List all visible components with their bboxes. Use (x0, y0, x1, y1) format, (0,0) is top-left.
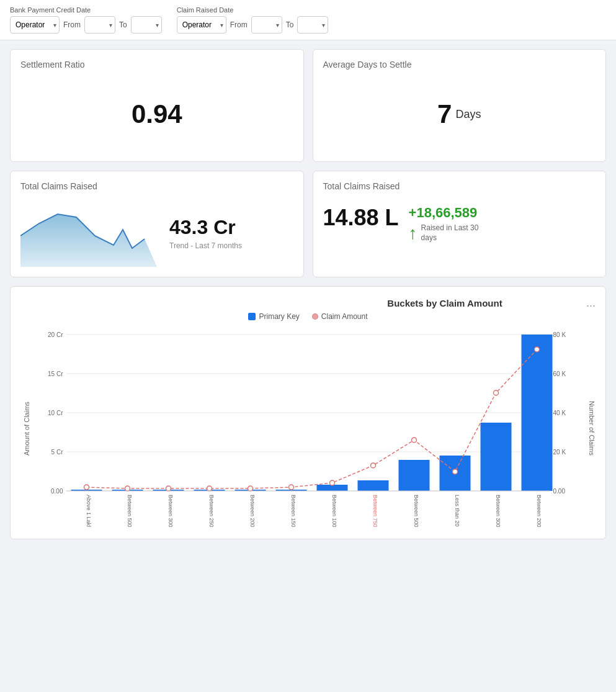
trend-chart (20, 199, 157, 267)
settlement-ratio-title: Settlement Ratio (20, 60, 293, 70)
x-label-5: Between 20000 and 25000 (249, 495, 256, 527)
x-label-4: Between 25000 and 30000 (208, 495, 215, 527)
svg-text:40 K: 40 K (553, 410, 566, 416)
line-dot-9 (412, 438, 417, 443)
line-dot-10 (453, 469, 458, 474)
bar-11 (481, 423, 512, 491)
settlement-ratio-value: 0.94 (132, 99, 182, 129)
x-label-8: Between 7500 and 10000 (372, 495, 378, 527)
claims-trend-title: Total Claims Raised (20, 181, 293, 191)
bar-chart-svg: 20 Cr 15 Cr 10 Cr 5 Cr 0.00 80 K 60 K 40… (33, 328, 583, 527)
x-label-9: Between 5000 and 7500 (413, 495, 419, 527)
settlement-ratio-card: Settlement Ratio 0.94 (10, 49, 304, 162)
x-label-6: Between 15000 and 20000 (290, 495, 297, 527)
claims-raised-note: Raised in Last 30 days (421, 223, 483, 243)
bank-payment-label: Bank Payment Credit Date (10, 6, 162, 14)
line-dot-4 (207, 486, 212, 491)
claims-trend-subtitle: Trend - Last 7 months (169, 241, 242, 250)
claims-raised-title: Total Claims Raised (323, 181, 596, 191)
claims-raised-positive: +18,66,589 (409, 205, 478, 221)
chart-legend: Primary Key Claim Amount (20, 312, 596, 321)
svg-text:80 K: 80 K (553, 331, 566, 338)
legend-claim-amount-label: Claim Amount (321, 312, 368, 321)
claims-raised-card: Total Claims Raised 14.88 L +18,66,589 ↑… (313, 171, 607, 277)
chart-menu-icon[interactable]: ... (586, 297, 596, 310)
bank-operator-select[interactable]: Operator (10, 16, 60, 34)
claim-from-select-wrap[interactable] (251, 16, 282, 34)
claims-trend-card: Total Claims Raised (10, 171, 304, 277)
line-dot-7 (330, 480, 335, 485)
legend-claim-amount: Claim Amount (312, 312, 368, 321)
bank-from-select-wrap[interactable] (84, 16, 115, 34)
claims-trend-value: 43.3 Cr (169, 216, 242, 239)
claim-operator-select[interactable]: Operator (177, 16, 226, 34)
svg-text:0.00: 0.00 (553, 488, 566, 495)
bar-8 (358, 480, 389, 491)
line-dot-5 (248, 486, 253, 491)
bank-payment-filter: Bank Payment Credit Date Operator From T… (10, 6, 162, 34)
line-dot-3 (166, 486, 171, 491)
line-dot-11 (494, 390, 499, 395)
svg-text:5 Cr: 5 Cr (51, 449, 64, 456)
bank-to-label: To (119, 20, 127, 29)
x-label-2: Between 50000 and 75000 (127, 495, 133, 527)
bank-to-select-wrap[interactable] (131, 16, 162, 34)
primary-key-legend-icon (248, 313, 256, 320)
svg-text:0.00: 0.00 (51, 488, 63, 495)
claim-from-label: From (230, 20, 248, 29)
bank-to-select[interactable] (131, 16, 162, 34)
buckets-chart-card: Buckets by Claim Amount ... Primary Key … (10, 286, 606, 539)
chart-title: Buckets by Claim Amount (303, 298, 586, 308)
line-dot-8 (371, 463, 376, 468)
claims-raised-value: 14.88 L (323, 205, 399, 231)
svg-text:10 Cr: 10 Cr (48, 410, 63, 416)
filter-bar: Bank Payment Credit Date Operator From T… (0, 0, 616, 40)
y-right-label: Number of Claims (583, 328, 596, 529)
bank-from-select[interactable] (84, 16, 115, 34)
chart-svg-body: 20 Cr 15 Cr 10 Cr 5 Cr 0.00 80 K 60 K 40… (33, 328, 583, 529)
line-dot-1 (84, 485, 89, 490)
bottom-cards-row: Total Claims Raised (10, 171, 606, 277)
line-dot-12 (535, 347, 540, 352)
avg-days-card: Average Days to Settle 7 Days (313, 49, 607, 162)
claim-operator-select-wrap[interactable]: Operator (177, 16, 226, 34)
legend-primary-key-label: Primary Key (259, 312, 299, 321)
claims-up-arrow-icon: ↑ (409, 223, 417, 243)
y-left-label: Amount of Claims (20, 328, 33, 529)
svg-text:15 Cr: 15 Cr (48, 371, 63, 377)
x-label-7: Between 10000 and 15000 (331, 495, 337, 527)
x-label-10: Less than 2000 (454, 495, 460, 527)
x-label-12: Between 2000 and 3000 (536, 495, 542, 527)
claim-raised-filter: Claim Raised Date Operator From To (177, 6, 329, 34)
svg-text:60 K: 60 K (553, 371, 566, 377)
avg-days-unit: Days (455, 108, 481, 121)
claim-to-select-wrap[interactable] (297, 16, 328, 34)
bank-operator-select-wrap[interactable]: Operator (10, 16, 60, 34)
svg-text:20 K: 20 K (553, 449, 566, 456)
x-label-3: Between 30000 and 50000 (167, 495, 174, 527)
svg-text:20 Cr: 20 Cr (48, 331, 63, 338)
line-dot-6 (289, 485, 294, 490)
main-content: Settlement Ratio 0.94 Average Days to Se… (0, 40, 616, 548)
claim-to-select[interactable] (297, 16, 328, 34)
claim-to-label: To (286, 20, 294, 29)
x-label-1: Above 1 Lakh (86, 495, 92, 527)
chart-area: Amount of Claims 20 Cr 15 Cr 10 Cr 5 Cr … (20, 328, 596, 529)
claim-from-select[interactable] (251, 16, 282, 34)
top-cards-row: Settlement Ratio 0.94 Average Days to Se… (10, 49, 606, 162)
x-label-11: Between 3000 and 5000 (495, 495, 501, 527)
bar-12 (522, 335, 553, 491)
avg-days-value: 7 (437, 99, 452, 129)
line-dot-2 (125, 486, 130, 491)
bar-9 (399, 460, 430, 491)
claim-amount-legend-icon (312, 313, 318, 320)
bank-from-label: From (63, 20, 81, 29)
avg-days-title: Average Days to Settle (323, 60, 596, 70)
legend-primary-key: Primary Key (248, 312, 299, 321)
claim-raised-label: Claim Raised Date (177, 6, 329, 14)
